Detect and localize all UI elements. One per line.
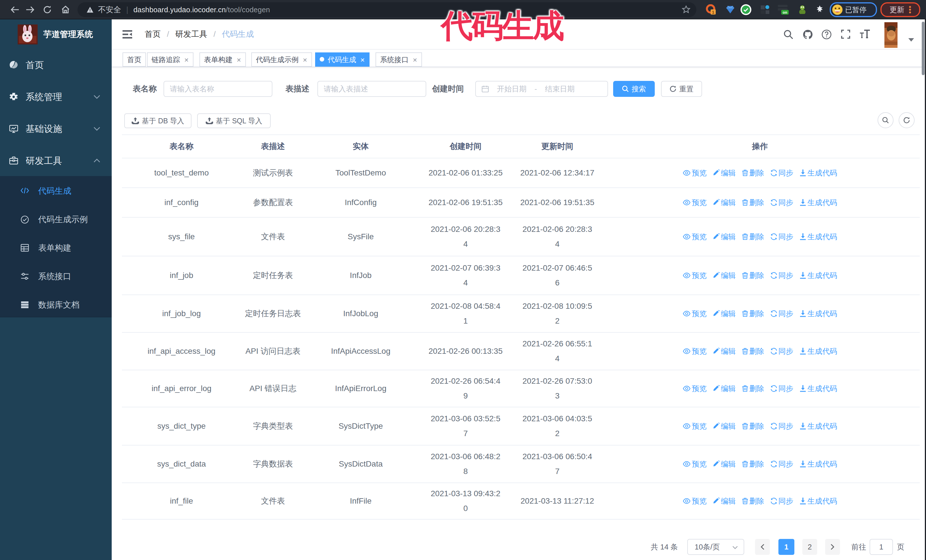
svg-text:on: on (783, 10, 787, 15)
svg-text:1: 1 (712, 10, 714, 15)
